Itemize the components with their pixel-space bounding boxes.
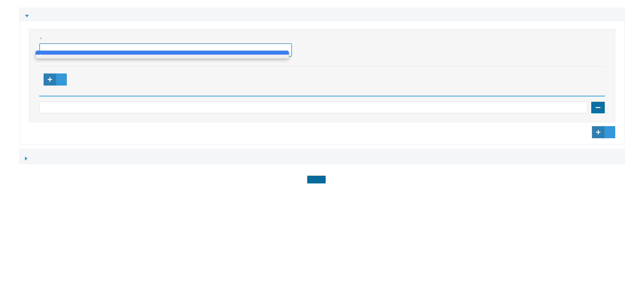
- labels-annotations-section: [19, 149, 625, 164]
- add-certificate-button[interactable]: [592, 126, 615, 138]
- minus-icon: [596, 107, 600, 108]
- plus-icon: [44, 73, 56, 86]
- certificate-option-my-cert[interactable]: [36, 55, 289, 58]
- save-button[interactable]: [307, 176, 326, 183]
- certificate-option-placeholder[interactable]: [36, 51, 289, 55]
- svg-rect-3: [596, 132, 600, 133]
- chevron-right-icon: [25, 156, 28, 160]
- required-star-icon: *: [40, 37, 42, 42]
- host-column-label: [39, 94, 605, 96]
- certificate-dropdown: [35, 50, 289, 59]
- svg-rect-1: [48, 79, 52, 80]
- add-hosts-button[interactable]: [44, 73, 67, 86]
- ssl-tls-section: *: [19, 8, 625, 145]
- labels-annotations-header[interactable]: [20, 149, 624, 164]
- plus-icon: [592, 126, 604, 138]
- host-input[interactable]: [39, 102, 587, 113]
- certificate-panel: *: [29, 29, 615, 122]
- chevron-down-icon: [25, 15, 29, 17]
- remove-host-button[interactable]: [591, 102, 605, 113]
- certificate-field-label: *: [39, 37, 605, 42]
- divider: [39, 66, 605, 67]
- ssl-tls-header[interactable]: [20, 8, 624, 21]
